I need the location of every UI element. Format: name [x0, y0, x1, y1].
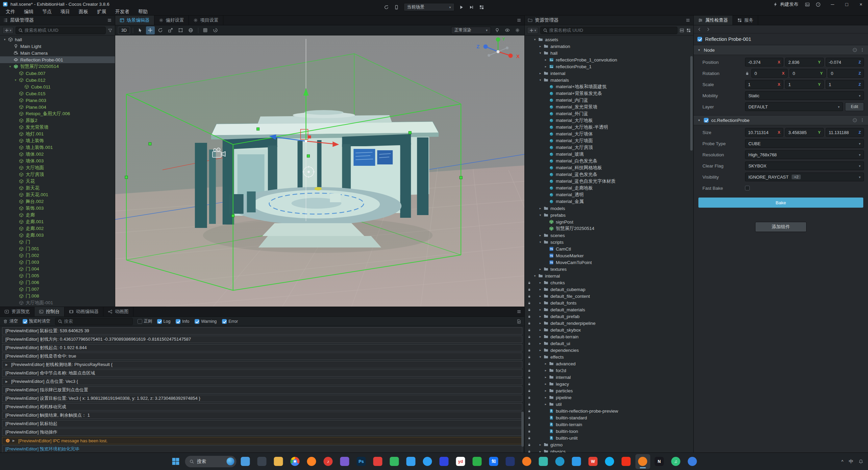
wps-taskbar-icon[interactable]: W	[586, 454, 600, 469]
asset-node[interactable]: ▸internal	[525, 374, 693, 381]
hierarchy-node[interactable]: 门.005	[0, 272, 115, 279]
rotate-button[interactable]	[156, 26, 165, 34]
asset-node[interactable]: material+地板和墙面建筑	[525, 83, 693, 90]
console-log-row[interactable]: [PreviewInEditor] 拖动操作	[2, 428, 522, 436]
expand-arrow[interactable]: ▸	[543, 65, 548, 68]
asset-node[interactable]: ▸default_cubemap	[525, 286, 693, 293]
scale-x-field[interactable]: 1X	[745, 80, 783, 89]
expand-arrow[interactable]: ▸	[538, 443, 543, 446]
clear-console-button[interactable]: 清空	[3, 318, 18, 324]
scene-tab[interactable]: 项目设置	[189, 16, 223, 25]
asset-node[interactable]: material+背景板发光条	[525, 90, 693, 97]
qq-taskbar-icon[interactable]	[602, 454, 617, 469]
asset-node[interactable]: ▸models	[525, 205, 693, 212]
select-button[interactable]	[136, 26, 145, 34]
move-button[interactable]	[146, 26, 155, 34]
hierarchy-node[interactable]: Cube.015	[0, 90, 115, 97]
console-log-row[interactable]: [PreviewInEditor] 触摸结束, 剩余触摸点： 1	[2, 412, 522, 419]
inspector-tab[interactable]: 服务	[733, 16, 758, 25]
lock-icon[interactable]	[745, 71, 749, 76]
browser-taskbar-icon[interactable]	[685, 454, 700, 469]
scene-viewport[interactable]: X Y Z	[115, 35, 524, 307]
section-menu-icon[interactable]	[860, 118, 865, 123]
asset-node[interactable]: ▸reflectionProbe_1_convolution	[525, 56, 693, 63]
asset-node[interactable]: material_金属	[525, 198, 693, 205]
regex-checkbox[interactable]: 正则	[138, 318, 152, 324]
render-mode-dropdown[interactable]: 正常渲染 ▾	[451, 27, 491, 34]
hierarchy-node[interactable]: 走廊.002	[0, 225, 115, 232]
asset-node[interactable]: ▾scripts	[525, 239, 693, 245]
honeyview-taskbar-icon[interactable]	[370, 454, 385, 469]
collapse-logs-icon[interactable]	[517, 319, 521, 324]
asset-node[interactable]: ▸legacy	[525, 381, 693, 387]
assets-scrollbar[interactable]	[690, 56, 693, 151]
asset-node[interactable]: TSMoveCamToPoint	[525, 259, 693, 266]
asset-node[interactable]: material_白色发光条	[525, 158, 693, 164]
hierarchy-search-input[interactable]	[25, 28, 103, 33]
start-button[interactable]	[168, 454, 183, 469]
console-log-row[interactable]: [PreviewInEditor] 鼠标位置: 539.640625 39	[2, 327, 522, 335]
adobe-taskbar-icon[interactable]	[619, 454, 634, 469]
asset-node[interactable]: material_大厅墙体	[525, 131, 693, 137]
hierarchy-node[interactable]: 走廊.003	[0, 232, 115, 239]
expand-log-arrow[interactable]: ▶	[13, 439, 16, 442]
size-y-field[interactable]: 3.458385Y	[785, 128, 823, 137]
hierarchy-node[interactable]: 门.004	[0, 266, 115, 272]
panel-menu-icon[interactable]	[107, 18, 112, 23]
ime-indicator[interactable]: 中	[849, 459, 853, 465]
asset-node[interactable]: ▸internal	[525, 70, 693, 77]
hierarchy-node[interactable]: ▾智慧展厅20250514	[0, 63, 115, 70]
file-explorer-taskbar-icon[interactable]	[271, 454, 286, 469]
compile-button[interactable]	[382, 3, 391, 11]
hierarchy-node[interactable]: Plane.003	[0, 97, 115, 104]
asset-node[interactable]: ▸default_prefab	[525, 313, 693, 320]
dimension-toggle-button[interactable]: 3D	[118, 27, 130, 34]
console-search-input[interactable]	[64, 319, 130, 324]
asset-node[interactable]: ▸textures	[525, 266, 693, 272]
dingtalk-taskbar-icon[interactable]	[420, 454, 435, 469]
console-tab[interactable]: 动画编辑器	[65, 307, 104, 316]
expand-arrow[interactable]: ▸	[538, 342, 543, 345]
alibaba-taskbar-icon[interactable]	[519, 454, 534, 469]
expand-arrow[interactable]: ▾	[538, 355, 543, 359]
minimize-button[interactable]: ─	[825, 0, 840, 9]
expand-arrow[interactable]: ▾	[538, 78, 543, 82]
expand-arrow[interactable]: ▾	[532, 38, 538, 41]
asset-node[interactable]: ▾prefabs	[525, 212, 693, 218]
wechat-taskbar-icon[interactable]	[387, 454, 402, 469]
hierarchy-node[interactable]: Reflection Probe-001	[0, 56, 115, 63]
rotsnap-button[interactable]	[211, 26, 220, 34]
rotation-z-field[interactable]: 0Z	[828, 69, 864, 78]
expand-arrow[interactable]: ▸	[538, 321, 543, 325]
panel-menu-icon[interactable]	[517, 309, 521, 314]
asset-node[interactable]: ▾hall	[525, 50, 693, 56]
hierarchy-node[interactable]: 墙上装饰	[0, 137, 115, 144]
expand-arrow[interactable]: ▸	[538, 294, 543, 298]
light-button[interactable]	[493, 26, 501, 34]
scene-tab[interactable]: 偏好设置	[154, 16, 189, 25]
console-log-row[interactable]: ▶[PreviewInEditor] 点击位置: Vec3 {	[2, 378, 522, 385]
expand-arrow[interactable]: ▸	[543, 382, 548, 386]
bake-button[interactable]: Bake	[698, 198, 863, 208]
asset-node[interactable]: material_大厅房顶	[525, 144, 693, 151]
size-x-field[interactable]: 10.711314X	[745, 128, 783, 137]
asset-node[interactable]: ▸gizmo	[525, 441, 693, 448]
log-filter-checkbox[interactable]: Log	[157, 319, 171, 324]
section-menu-icon[interactable]	[860, 48, 865, 52]
expand-arrow[interactable]: ▾	[538, 240, 543, 244]
rotation-y-field[interactable]: 0Y	[790, 69, 826, 78]
step-button[interactable]	[467, 3, 476, 11]
asset-node[interactable]: ▸for2d	[525, 367, 693, 374]
forward-icon[interactable]	[706, 27, 711, 32]
expand-arrow[interactable]: ▸	[538, 315, 543, 318]
hierarchy-node[interactable]: Main Camera	[0, 50, 115, 56]
size-z-field[interactable]: 11.131188Z	[826, 128, 864, 137]
asset-node[interactable]: ▾materials	[525, 77, 693, 83]
asset-node[interactable]: ▸default_fonts	[525, 299, 693, 306]
asset-node[interactable]: TSMouseMarker	[525, 252, 693, 259]
node-section-header[interactable]: ▾ Node ?	[694, 45, 868, 55]
probe-type-dropdown[interactable]: CUBE▾	[745, 139, 864, 148]
hierarchy-node[interactable]: Cube.011	[0, 83, 115, 90]
expand-arrow[interactable]: ▾	[538, 51, 543, 55]
layer-dropdown[interactable]: DEFAULT▾	[745, 102, 843, 111]
